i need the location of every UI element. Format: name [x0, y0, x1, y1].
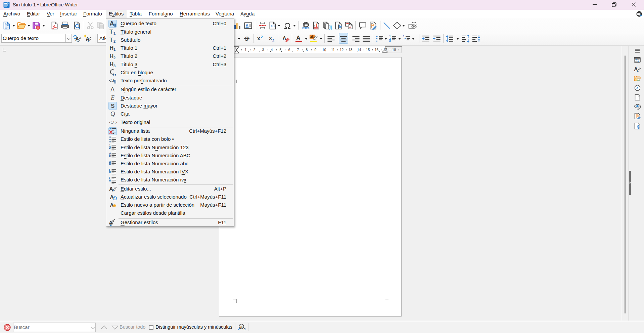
svg-text:A: A	[110, 202, 114, 208]
svg-text:T: T	[109, 37, 113, 43]
svg-text:</>: </>	[109, 120, 117, 125]
svg-text:H: H	[109, 61, 113, 68]
svg-text:H: H	[109, 53, 113, 59]
svg-text:a: a	[240, 325, 243, 329]
svg-text:ii: ii	[109, 178, 110, 182]
svg-text:B: B	[109, 154, 111, 157]
svg-text:H: H	[109, 45, 113, 51]
svg-text:3: 3	[389, 39, 391, 43]
svg-text:x: x	[257, 36, 260, 41]
svg-text:A: A	[110, 194, 114, 200]
svg-text:d: d	[244, 327, 246, 331]
svg-text:3: 3	[113, 64, 116, 68]
svg-text:A: A	[245, 23, 249, 28]
svg-text:A: A	[109, 186, 113, 192]
svg-text:A: A	[296, 35, 301, 41]
svg-text:2: 2	[109, 145, 110, 149]
svg-text:b: b	[109, 162, 111, 166]
svg-text:A: A	[109, 220, 112, 225]
svg-text:2: 2	[113, 56, 116, 60]
svg-text:2: 2	[261, 35, 263, 39]
svg-text:Q: Q	[110, 111, 115, 117]
svg-text:1: 1	[113, 47, 116, 51]
svg-text:1: 1	[403, 35, 405, 38]
svg-text:2: 2	[272, 39, 274, 42]
svg-text:A: A	[110, 86, 114, 93]
svg-text:E: E	[110, 94, 114, 101]
svg-text:T: T	[109, 29, 113, 35]
svg-text:[i]: [i]	[329, 25, 332, 29]
svg-text:x: x	[269, 35, 272, 41]
svg-text:II: II	[109, 170, 110, 174]
svg-text:1: 1	[113, 31, 116, 35]
svg-text:S: S	[111, 103, 114, 109]
svg-text:1: 1	[316, 23, 318, 28]
svg-text:A: A	[109, 20, 114, 27]
svg-text:S: S	[245, 36, 249, 42]
svg-text:2: 2	[113, 39, 116, 43]
